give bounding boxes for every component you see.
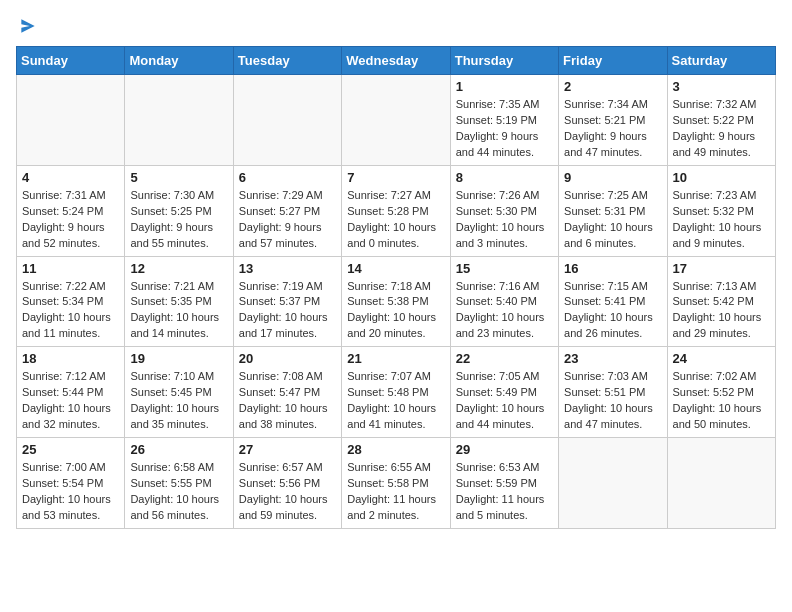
calendar-cell: 1Sunrise: 7:35 AM Sunset: 5:19 PM Daylig…	[450, 75, 558, 166]
calendar-week-row: 4Sunrise: 7:31 AM Sunset: 5:24 PM Daylig…	[17, 165, 776, 256]
calendar-cell: 26Sunrise: 6:58 AM Sunset: 5:55 PM Dayli…	[125, 438, 233, 529]
day-info: Sunrise: 7:25 AM Sunset: 5:31 PM Dayligh…	[564, 188, 661, 252]
day-header-wednesday: Wednesday	[342, 47, 450, 75]
calendar-cell	[17, 75, 125, 166]
day-number: 29	[456, 442, 553, 457]
calendar-cell: 16Sunrise: 7:15 AM Sunset: 5:41 PM Dayli…	[559, 256, 667, 347]
calendar-cell: 9Sunrise: 7:25 AM Sunset: 5:31 PM Daylig…	[559, 165, 667, 256]
calendar-cell: 20Sunrise: 7:08 AM Sunset: 5:47 PM Dayli…	[233, 347, 341, 438]
calendar-cell: 12Sunrise: 7:21 AM Sunset: 5:35 PM Dayli…	[125, 256, 233, 347]
day-info: Sunrise: 7:07 AM Sunset: 5:48 PM Dayligh…	[347, 369, 444, 433]
day-info: Sunrise: 7:29 AM Sunset: 5:27 PM Dayligh…	[239, 188, 336, 252]
calendar-cell: 21Sunrise: 7:07 AM Sunset: 5:48 PM Dayli…	[342, 347, 450, 438]
day-info: Sunrise: 7:02 AM Sunset: 5:52 PM Dayligh…	[673, 369, 770, 433]
page-header	[16, 16, 776, 34]
svg-marker-0	[21, 19, 34, 32]
day-number: 2	[564, 79, 661, 94]
day-info: Sunrise: 7:22 AM Sunset: 5:34 PM Dayligh…	[22, 279, 119, 343]
day-header-saturday: Saturday	[667, 47, 775, 75]
calendar-cell	[125, 75, 233, 166]
day-number: 28	[347, 442, 444, 457]
calendar-cell: 24Sunrise: 7:02 AM Sunset: 5:52 PM Dayli…	[667, 347, 775, 438]
day-info: Sunrise: 7:31 AM Sunset: 5:24 PM Dayligh…	[22, 188, 119, 252]
day-info: Sunrise: 7:00 AM Sunset: 5:54 PM Dayligh…	[22, 460, 119, 524]
day-header-tuesday: Tuesday	[233, 47, 341, 75]
day-number: 3	[673, 79, 770, 94]
day-info: Sunrise: 7:30 AM Sunset: 5:25 PM Dayligh…	[130, 188, 227, 252]
logo	[16, 16, 38, 34]
day-number: 6	[239, 170, 336, 185]
day-number: 12	[130, 261, 227, 276]
calendar-cell: 2Sunrise: 7:34 AM Sunset: 5:21 PM Daylig…	[559, 75, 667, 166]
day-header-monday: Monday	[125, 47, 233, 75]
day-info: Sunrise: 7:16 AM Sunset: 5:40 PM Dayligh…	[456, 279, 553, 343]
day-info: Sunrise: 7:26 AM Sunset: 5:30 PM Dayligh…	[456, 188, 553, 252]
day-info: Sunrise: 7:12 AM Sunset: 5:44 PM Dayligh…	[22, 369, 119, 433]
day-header-sunday: Sunday	[17, 47, 125, 75]
calendar-cell: 19Sunrise: 7:10 AM Sunset: 5:45 PM Dayli…	[125, 347, 233, 438]
calendar-week-row: 18Sunrise: 7:12 AM Sunset: 5:44 PM Dayli…	[17, 347, 776, 438]
day-number: 9	[564, 170, 661, 185]
day-header-friday: Friday	[559, 47, 667, 75]
calendar-cell: 18Sunrise: 7:12 AM Sunset: 5:44 PM Dayli…	[17, 347, 125, 438]
day-info: Sunrise: 7:23 AM Sunset: 5:32 PM Dayligh…	[673, 188, 770, 252]
day-number: 5	[130, 170, 227, 185]
calendar-header-row: SundayMondayTuesdayWednesdayThursdayFrid…	[17, 47, 776, 75]
calendar-cell: 10Sunrise: 7:23 AM Sunset: 5:32 PM Dayli…	[667, 165, 775, 256]
day-number: 21	[347, 351, 444, 366]
day-number: 23	[564, 351, 661, 366]
calendar-cell: 14Sunrise: 7:18 AM Sunset: 5:38 PM Dayli…	[342, 256, 450, 347]
day-info: Sunrise: 7:05 AM Sunset: 5:49 PM Dayligh…	[456, 369, 553, 433]
calendar-cell: 11Sunrise: 7:22 AM Sunset: 5:34 PM Dayli…	[17, 256, 125, 347]
day-info: Sunrise: 6:55 AM Sunset: 5:58 PM Dayligh…	[347, 460, 444, 524]
day-info: Sunrise: 7:35 AM Sunset: 5:19 PM Dayligh…	[456, 97, 553, 161]
day-info: Sunrise: 7:34 AM Sunset: 5:21 PM Dayligh…	[564, 97, 661, 161]
calendar-cell: 5Sunrise: 7:30 AM Sunset: 5:25 PM Daylig…	[125, 165, 233, 256]
day-number: 22	[456, 351, 553, 366]
day-number: 15	[456, 261, 553, 276]
day-number: 11	[22, 261, 119, 276]
calendar-cell: 27Sunrise: 6:57 AM Sunset: 5:56 PM Dayli…	[233, 438, 341, 529]
day-number: 25	[22, 442, 119, 457]
day-info: Sunrise: 7:03 AM Sunset: 5:51 PM Dayligh…	[564, 369, 661, 433]
day-number: 4	[22, 170, 119, 185]
day-info: Sunrise: 7:15 AM Sunset: 5:41 PM Dayligh…	[564, 279, 661, 343]
day-number: 27	[239, 442, 336, 457]
day-number: 13	[239, 261, 336, 276]
day-number: 17	[673, 261, 770, 276]
day-info: Sunrise: 7:10 AM Sunset: 5:45 PM Dayligh…	[130, 369, 227, 433]
day-number: 16	[564, 261, 661, 276]
calendar-week-row: 25Sunrise: 7:00 AM Sunset: 5:54 PM Dayli…	[17, 438, 776, 529]
calendar-cell: 4Sunrise: 7:31 AM Sunset: 5:24 PM Daylig…	[17, 165, 125, 256]
calendar-cell: 22Sunrise: 7:05 AM Sunset: 5:49 PM Dayli…	[450, 347, 558, 438]
day-header-thursday: Thursday	[450, 47, 558, 75]
day-number: 1	[456, 79, 553, 94]
calendar-cell	[559, 438, 667, 529]
calendar-table: SundayMondayTuesdayWednesdayThursdayFrid…	[16, 46, 776, 529]
day-info: Sunrise: 6:58 AM Sunset: 5:55 PM Dayligh…	[130, 460, 227, 524]
day-number: 7	[347, 170, 444, 185]
calendar-cell: 25Sunrise: 7:00 AM Sunset: 5:54 PM Dayli…	[17, 438, 125, 529]
calendar-cell: 28Sunrise: 6:55 AM Sunset: 5:58 PM Dayli…	[342, 438, 450, 529]
calendar-week-row: 11Sunrise: 7:22 AM Sunset: 5:34 PM Dayli…	[17, 256, 776, 347]
calendar-cell: 23Sunrise: 7:03 AM Sunset: 5:51 PM Dayli…	[559, 347, 667, 438]
day-number: 26	[130, 442, 227, 457]
day-info: Sunrise: 7:32 AM Sunset: 5:22 PM Dayligh…	[673, 97, 770, 161]
calendar-cell: 6Sunrise: 7:29 AM Sunset: 5:27 PM Daylig…	[233, 165, 341, 256]
day-info: Sunrise: 7:27 AM Sunset: 5:28 PM Dayligh…	[347, 188, 444, 252]
day-number: 10	[673, 170, 770, 185]
calendar-cell	[233, 75, 341, 166]
day-info: Sunrise: 7:19 AM Sunset: 5:37 PM Dayligh…	[239, 279, 336, 343]
day-info: Sunrise: 7:18 AM Sunset: 5:38 PM Dayligh…	[347, 279, 444, 343]
day-number: 8	[456, 170, 553, 185]
calendar-cell: 29Sunrise: 6:53 AM Sunset: 5:59 PM Dayli…	[450, 438, 558, 529]
calendar-cell: 8Sunrise: 7:26 AM Sunset: 5:30 PM Daylig…	[450, 165, 558, 256]
day-number: 18	[22, 351, 119, 366]
calendar-cell: 3Sunrise: 7:32 AM Sunset: 5:22 PM Daylig…	[667, 75, 775, 166]
day-info: Sunrise: 6:57 AM Sunset: 5:56 PM Dayligh…	[239, 460, 336, 524]
day-info: Sunrise: 7:21 AM Sunset: 5:35 PM Dayligh…	[130, 279, 227, 343]
calendar-cell: 13Sunrise: 7:19 AM Sunset: 5:37 PM Dayli…	[233, 256, 341, 347]
day-info: Sunrise: 7:13 AM Sunset: 5:42 PM Dayligh…	[673, 279, 770, 343]
calendar-week-row: 1Sunrise: 7:35 AM Sunset: 5:19 PM Daylig…	[17, 75, 776, 166]
day-info: Sunrise: 6:53 AM Sunset: 5:59 PM Dayligh…	[456, 460, 553, 524]
